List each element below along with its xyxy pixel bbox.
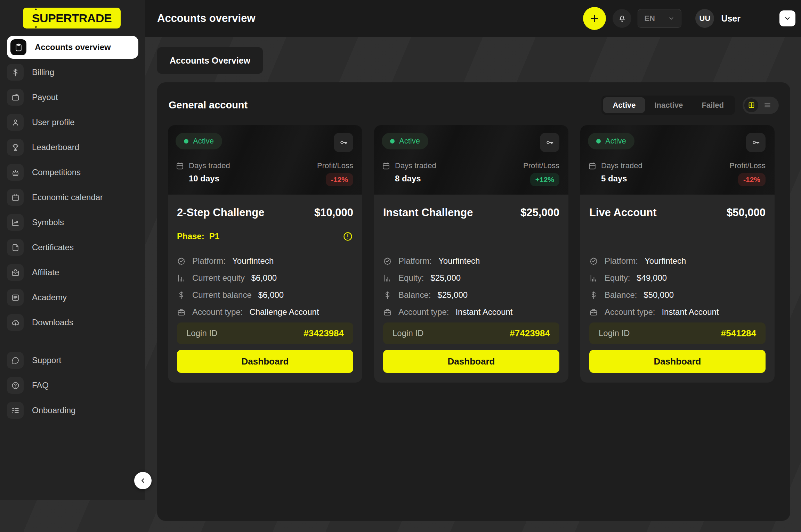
dashboard-button[interactable]: Dashboard (589, 350, 766, 373)
list-view-button[interactable] (760, 98, 774, 112)
login-id-row: Login ID #3423984 (177, 322, 353, 344)
credentials-button[interactable] (334, 133, 353, 152)
account-card-live-account: Active Days traded 5 days (580, 125, 775, 383)
days-traded-value: 10 days (189, 174, 230, 183)
general-account-panel: General account Active Inactive Failed (157, 82, 790, 521)
line-chart-icon (7, 214, 24, 231)
sidebar-item-label: Support (32, 355, 61, 365)
detail-label: Balance: (398, 290, 431, 300)
tab-accounts-overview[interactable]: Accounts Overview (157, 47, 263, 74)
chat-icon (7, 352, 24, 369)
alert-circle-icon[interactable] (342, 231, 353, 242)
filter-tab-inactive[interactable]: Inactive (645, 97, 692, 113)
user-name: User (721, 14, 741, 24)
credentials-button[interactable] (540, 133, 559, 152)
dashboard-button[interactable]: Dashboard (177, 350, 353, 373)
card-body: 2-Step Challenge $10,000 Phase:P1 Platfo… (168, 195, 362, 383)
sidebar-item-faq[interactable]: FAQ (7, 377, 138, 394)
card-body: Live Account $50,000 Platform: Yourfinte… (580, 195, 775, 383)
days-traded: Days traded 8 days (382, 161, 436, 183)
avatar[interactable]: UU (695, 9, 714, 28)
days-traded-label: Days traded (189, 161, 230, 170)
credentials-button[interactable] (746, 133, 766, 152)
dashboard-button[interactable]: Dashboard (383, 350, 559, 373)
filter-tab-failed[interactable]: Failed (692, 97, 733, 113)
badge-check-icon (383, 257, 392, 265)
detail-row-equity: Equity: $49,000 (589, 273, 766, 283)
logo-text: UPERTRADE (40, 11, 112, 25)
sidebar-item-certificates[interactable]: Certificates (7, 239, 138, 256)
status-filter-tabs: Active Inactive Failed (601, 96, 735, 115)
sidebar-item-accounts-overview[interactable]: Accounts overview (7, 36, 138, 59)
detail-value: Instant Account (455, 307, 512, 317)
user-menu-button[interactable] (779, 10, 795, 26)
account-card-2-step-challenge: Active Days traded 10 days (168, 125, 362, 383)
sidebar-item-affiliate[interactable]: Affiliate (7, 264, 138, 281)
card-title: Live Account (589, 206, 657, 219)
phase-spacer (589, 230, 766, 242)
chevron-down-icon (784, 15, 791, 22)
login-id-label: Login ID (186, 328, 217, 338)
status-label: Active (399, 137, 420, 146)
sidebar-item-economic-calendar[interactable]: Economic calendar (7, 189, 138, 206)
detail-rows: Platform: Yourfintech Equity: $25,000 Ba… (383, 256, 559, 317)
calendar-icon (176, 162, 184, 170)
sidebar-item-support[interactable]: Support (7, 352, 138, 369)
badge-check-icon (177, 257, 186, 265)
calendar-icon (7, 189, 24, 206)
sidebar-collapse-button[interactable] (134, 472, 152, 489)
notifications-button[interactable] (613, 9, 631, 28)
chevron-down-icon (668, 15, 675, 22)
avatar-initials: UU (699, 14, 711, 23)
card-top-section: Active Days traded 8 days (374, 125, 568, 195)
bar-chart-icon (589, 274, 598, 283)
days-traded: Days traded 5 days (588, 161, 642, 183)
login-id-value: #7423984 (510, 328, 550, 339)
logo-dollar-s: S (32, 11, 40, 25)
sidebar-item-leaderboard[interactable]: Leaderboard (7, 139, 138, 156)
card-amount: $50,000 (727, 206, 766, 219)
card-title: 2-Step Challenge (177, 206, 265, 219)
detail-value: $50,000 (644, 290, 674, 300)
detail-value: Challenge Account (249, 307, 319, 317)
dollar-icon (589, 291, 598, 300)
login-id-label: Login ID (599, 328, 630, 338)
sidebar-item-competitions[interactable]: Competitions (7, 164, 138, 181)
sidebar-item-onboarding[interactable]: Onboarding (7, 402, 138, 419)
sidebar-item-label: Accounts overview (35, 42, 111, 52)
profit-loss-chip: -12% (326, 173, 353, 186)
grid-view-button[interactable] (744, 98, 758, 112)
page-title: Accounts overview (157, 12, 256, 25)
detail-row-balance: Balance: $50,000 (589, 290, 766, 300)
sidebar-item-user-profile[interactable]: User profile (7, 114, 138, 131)
sidebar-item-symbols[interactable]: Symbols (7, 214, 138, 231)
cloud-download-icon (7, 314, 24, 331)
dollar-icon (7, 64, 24, 81)
dollar-icon (383, 291, 392, 300)
briefcase-icon (7, 264, 24, 281)
sidebar-item-label: Academy (32, 293, 67, 302)
wallet-icon (7, 89, 24, 106)
sidebar-item-payout[interactable]: Payout (7, 89, 138, 106)
status-dot (390, 139, 395, 144)
header-actions: EN UU User (583, 7, 795, 30)
sidebar-item-academy[interactable]: Academy (7, 289, 138, 306)
bar-chart-icon (177, 274, 186, 283)
sidebar-item-label: Downloads (32, 318, 73, 327)
card-top-section: Active Days traded 5 days (580, 125, 775, 195)
grid-view-icon (748, 101, 755, 109)
card-title: Instant Challenge (383, 206, 473, 219)
profit-loss: Profit/Loss +12% (523, 161, 559, 186)
language-select[interactable]: EN (638, 9, 681, 28)
add-account-button[interactable] (583, 7, 606, 30)
detail-value: $6,000 (258, 290, 284, 300)
status-badge: Active (382, 133, 428, 149)
list-view-icon (763, 101, 771, 109)
phase-row: Phase:P1 (177, 230, 353, 242)
detail-row-account-type: Account type: Instant Account (589, 307, 766, 317)
sidebar-item-downloads[interactable]: Downloads (7, 314, 138, 331)
sidebar-item-billing[interactable]: Billing (7, 64, 138, 81)
bar-chart-icon (383, 274, 392, 283)
brand-logo[interactable]: SUPERTRADE (23, 8, 121, 28)
filter-tab-active[interactable]: Active (603, 97, 645, 113)
